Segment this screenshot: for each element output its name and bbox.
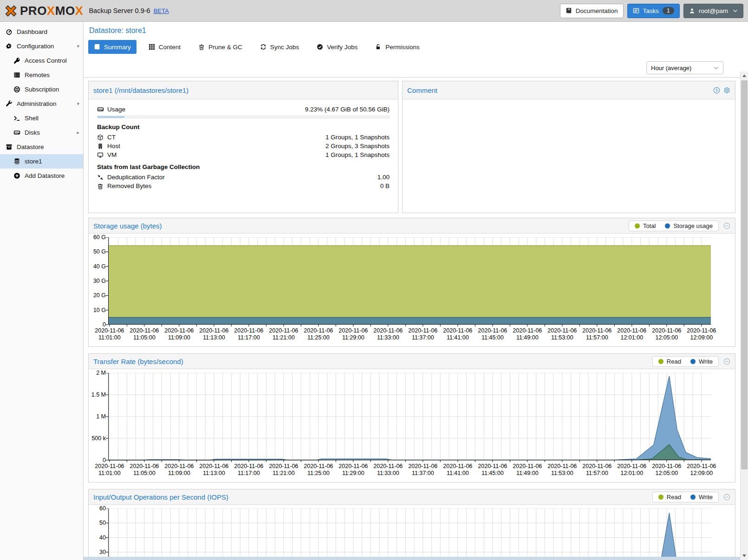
- minus-circle-icon: [723, 222, 730, 229]
- legend-item[interactable]: Read: [658, 358, 681, 365]
- legend-dot: [690, 495, 696, 500]
- chart-legend: TotalStorage usage: [629, 221, 719, 231]
- x-axis-tick-label: 2020-11-0612:09:00: [681, 463, 722, 477]
- tab-summary[interactable]: Summary: [88, 40, 137, 54]
- time-range-select[interactable]: Hour (average): [646, 61, 723, 74]
- sidebar-item-label: Shell: [25, 115, 39, 122]
- documentation-button[interactable]: Documentation: [560, 4, 624, 18]
- transfer-rate-chart: 2 M1.5 M1 M500 k02020-11-0611:01:002020-…: [89, 369, 735, 482]
- stat-value: 2 Groups, 3 Snapshots: [325, 143, 390, 150]
- stat-label: VM: [107, 151, 117, 158]
- vertical-scrollbar[interactable]: [740, 72, 748, 560]
- hdd-icon: [97, 106, 107, 113]
- gear-icon: [723, 87, 730, 94]
- sidebar-item-shell[interactable]: Shell: [0, 111, 83, 125]
- toolbar: Hour (average): [84, 59, 748, 78]
- gears-icon: [5, 43, 13, 50]
- stat-label: Deduplication Factor: [107, 174, 165, 181]
- legend-item[interactable]: Read: [658, 494, 681, 501]
- panel-title: store1 (/mnt/datastores/store1): [93, 86, 189, 94]
- tab-permissions[interactable]: Permissions: [370, 40, 425, 54]
- stat-value: 1 Groups, 1 Snapshots: [325, 134, 390, 141]
- y-axis-tick-label: 10 G: [89, 307, 106, 313]
- legend-item[interactable]: Total: [635, 222, 656, 229]
- arrow-down-icon: [742, 554, 746, 557]
- scrollbar-thumb[interactable]: [741, 80, 748, 469]
- y-axis-tick-label: 30: [89, 549, 106, 555]
- minus-circle-icon: [723, 494, 730, 501]
- sync-icon: [260, 44, 267, 50]
- sidebar-item-access-control[interactable]: Access Control: [0, 53, 83, 68]
- y-axis-tick-label: 0: [89, 457, 106, 463]
- usage-row: Usage 9.23% (4.67 GiB of 50.56 GiB): [97, 105, 390, 114]
- legend-label: Write: [699, 358, 713, 365]
- tab-label: Permissions: [385, 44, 420, 51]
- tab-verify-jobs[interactable]: Verify Jobs: [311, 40, 363, 54]
- tab-label: Verify Jobs: [327, 44, 358, 51]
- stat-row: CT1 Groups, 1 Snapshots: [97, 133, 390, 142]
- sidebar-item-store1[interactable]: store1: [0, 154, 83, 169]
- legend-item[interactable]: Storage usage: [665, 222, 713, 229]
- proxmox-x-icon: [5, 5, 17, 17]
- legend-item[interactable]: Write: [690, 494, 713, 501]
- beta-link[interactable]: BETA: [154, 7, 169, 14]
- legend-item[interactable]: Write: [690, 358, 713, 365]
- sidebar-item-add-datastore[interactable]: Add Datastore: [0, 169, 83, 183]
- edit-comment-button[interactable]: [713, 87, 720, 94]
- sidebar-item-remotes[interactable]: Remotes: [0, 68, 83, 82]
- user-menu-button[interactable]: root@pam: [683, 4, 743, 18]
- sidebar-item-dashboard[interactable]: Dashboard: [0, 25, 83, 39]
- check-circle-icon: [317, 44, 323, 50]
- stat-label: Removed Bytes: [107, 182, 151, 189]
- product-version: Backup Server 0.9-6: [89, 7, 150, 14]
- chart-plot: [106, 373, 711, 463]
- legend-label: Total: [643, 222, 656, 229]
- y-axis-tick-label: 20 G: [89, 292, 106, 299]
- sidebar-item-configuration[interactable]: Configuration▾: [0, 39, 83, 53]
- tasks-button[interactable]: Tasks 1: [627, 4, 680, 18]
- collapse-panel-button[interactable]: [723, 358, 730, 365]
- wrench-icon: [5, 100, 13, 107]
- stat-label: Host: [107, 143, 120, 150]
- caret-right-icon[interactable]: ▸: [77, 130, 79, 136]
- storage-usage-chart: 60 G50 G40 G30 G20 G10 G02020-11-0611:01…: [89, 234, 735, 346]
- chart-plot: [106, 237, 711, 327]
- sidebar-item-datastore[interactable]: Datastore: [0, 140, 83, 154]
- backup-count-heading: Backup Count: [97, 124, 390, 130]
- y-axis-tick-label: 1.5 M: [89, 391, 106, 398]
- scrollbar-down-button[interactable]: [741, 552, 748, 560]
- usage-progress-bar: [97, 116, 390, 118]
- sidebar-item-administration[interactable]: Administration▾: [0, 97, 83, 111]
- tab-content[interactable]: Content: [143, 40, 186, 54]
- datastore-summary-panel: store1 (/mnt/datastores/store1) Usage 9.…: [88, 81, 398, 213]
- content-scroll-area: store1 (/mnt/datastores/store1) Usage 9.…: [84, 78, 748, 560]
- sidebar-item-disks[interactable]: Disks▸: [0, 125, 83, 140]
- comment-panel: Comment: [402, 81, 735, 213]
- compress-icon: [97, 174, 107, 181]
- task-list-icon: [633, 7, 639, 14]
- collapse-panel-button[interactable]: [723, 494, 730, 501]
- y-axis-tick-label: 1 M: [89, 413, 106, 420]
- panel-settings-button[interactable]: [723, 87, 730, 94]
- comment-body[interactable]: [403, 99, 735, 213]
- terminal-icon: [13, 115, 21, 122]
- scrollbar-up-button[interactable]: [741, 72, 748, 79]
- grid-icon: [149, 44, 155, 50]
- stat-row: Removed Bytes0 B: [97, 182, 390, 190]
- top-bar: PROXMOX Backup Server 0.9-6 BETA Documen…: [0, 0, 748, 22]
- tab-sync-jobs[interactable]: Sync Jobs: [254, 40, 305, 54]
- tab-prune-gc[interactable]: Prune & GC: [193, 40, 248, 54]
- transfer-rate-chart-panel: Transfer Rate (bytes/second) ReadWrite 2…: [88, 353, 735, 482]
- y-axis-tick-label: 40: [89, 534, 106, 541]
- sidebar-item-subscription[interactable]: Subscription: [0, 82, 83, 97]
- caret-down-icon[interactable]: ▾: [77, 43, 79, 49]
- dashboard-icon: [5, 28, 13, 35]
- sidebar-item-label: Dashboard: [17, 28, 47, 35]
- storage-usage-chart-panel: Storage usage (bytes) TotalStorage usage…: [88, 218, 735, 347]
- x-axis-tick-label: 2020-11-0612:09:00: [681, 327, 722, 341]
- unlock-icon: [375, 44, 382, 50]
- collapse-panel-button[interactable]: [723, 222, 730, 229]
- caret-down-icon[interactable]: ▾: [77, 101, 79, 107]
- sidebar-item-label: Configuration: [17, 43, 54, 50]
- stat-row: VM1 Groups, 1 Snapshots: [97, 150, 390, 159]
